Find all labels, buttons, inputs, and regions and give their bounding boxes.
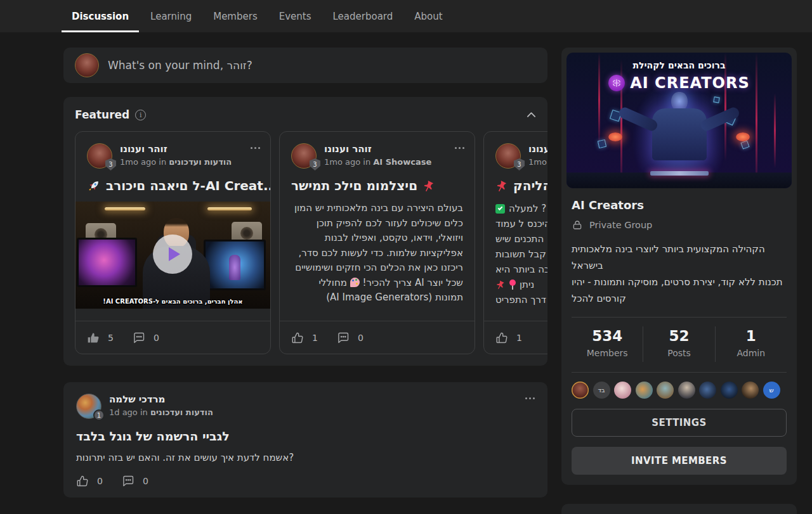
round-pushpin-icon (509, 279, 516, 290)
check-icon (495, 204, 505, 214)
tab-leaderboard[interactable]: Leaderboard (323, 0, 403, 32)
author-name[interactable]: זוהר וענונו (120, 143, 232, 155)
like-button[interactable]: 1 (291, 331, 318, 344)
thumb-up-icon (495, 331, 508, 344)
level-badge: 3 (310, 158, 320, 170)
like-button[interactable]: 0 (76, 475, 103, 487)
featured-title: Featured (75, 108, 129, 121)
group-banner[interactable]: ברוכים הבאים לקהילת AI CREATORS (566, 53, 792, 188)
comment-count: 0 (143, 476, 148, 486)
tab-members[interactable]: Members (203, 0, 268, 32)
ellipsis-menu-icon[interactable] (251, 143, 260, 169)
post-meta: 1mo ago in (324, 157, 373, 167)
privacy-label: Private Group (589, 220, 652, 230)
current-user-avatar (75, 53, 99, 77)
tab-events[interactable]: Events (269, 0, 322, 32)
studio-light (207, 207, 252, 210)
post-meta: 1d ago in (109, 408, 150, 417)
featured-card-welcome[interactable]: 3 זוהר וענונו 1mo ago in הודעות ועדכונים… (75, 131, 271, 354)
post-body: למעלה ? היכנס ל עמוד התכנים שיש קבל תשוב… (484, 201, 547, 321)
comment-count: 0 (358, 333, 363, 343)
stat-posts[interactable]: 52 Posts (643, 326, 714, 362)
featured-card-community[interactable]: 3 זוהר וענונו 1mo ago in הודעות ועדכונים… (483, 131, 547, 354)
rocket-icon (87, 179, 101, 193)
featured-cards-row[interactable]: 3 זוהר וענונו 1mo ago in הודעות ועדכונים… (75, 131, 547, 354)
leaderboard-card: Leaderboard (30-days) (561, 504, 797, 514)
member-avatar[interactable]: ש (763, 382, 780, 399)
tab-about[interactable]: About (404, 0, 452, 32)
ellipsis-menu-icon[interactable] (525, 394, 535, 419)
avatar[interactable]: 3 (87, 143, 112, 169)
post-meta: 1mo ago in (120, 157, 169, 167)
studio-light (105, 207, 145, 210)
group-stats: 534 Members 52 Posts 1 Admin (561, 326, 797, 362)
like-button[interactable]: 5 (87, 331, 114, 344)
lock-icon (572, 219, 583, 231)
member-avatar[interactable] (657, 382, 674, 399)
play-icon (169, 247, 180, 261)
author-name[interactable]: מרדכי שלמה (109, 394, 213, 405)
banner-welcome-text: ברוכים הבאים לקהילת (566, 60, 792, 70)
divider (572, 372, 787, 373)
composer-prompt: What's on your mind, זוהר? (108, 59, 252, 72)
member-avatar[interactable] (742, 382, 759, 399)
comment-button[interactable]: 0 (337, 331, 363, 344)
post-category: הודעות ועדכונים (169, 157, 232, 167)
play-button[interactable] (153, 235, 192, 274)
thumb-up-icon (76, 475, 89, 487)
avatar[interactable]: 1 (76, 394, 102, 419)
like-count: 5 (108, 333, 114, 343)
comment-button[interactable]: 0 (133, 331, 159, 344)
level-badge: 1 (93, 409, 105, 421)
like-button[interactable]: 1 (495, 331, 522, 344)
palette-icon (350, 278, 360, 287)
collapse-featured-button[interactable] (527, 112, 536, 118)
settings-button[interactable]: SETTINGS (572, 409, 787, 437)
brain-icon (608, 75, 625, 91)
member-avatar[interactable] (614, 382, 631, 399)
video-thumbnail[interactable]: אהלן חברים, ברוכים הבאים ל-AI CREATORS! (75, 202, 270, 309)
post-meta: 1mo ago in (528, 157, 547, 167)
member-avatar[interactable] (572, 382, 589, 399)
like-count: 0 (97, 476, 103, 486)
avatar[interactable]: 3 (291, 143, 317, 169)
member-avatar[interactable] (699, 382, 716, 399)
tab-learning[interactable]: Learning (140, 0, 202, 32)
member-avatar[interactable]: בד (593, 382, 610, 399)
stat-admin[interactable]: 1 Admin (715, 326, 787, 362)
like-count: 1 (516, 333, 522, 343)
post-title: ברוכים הבאים ל-AI Creat... (106, 178, 270, 193)
member-avatar[interactable] (678, 382, 695, 399)
post-composer[interactable]: What's on your mind, זוהר? (63, 48, 547, 83)
thumb-up-icon (291, 331, 304, 344)
avatar[interactable]: 3 (495, 143, 521, 169)
like-count: 1 (312, 333, 318, 343)
post-google-signup[interactable]: 1 מרדכי שלמה 1d ago in הודעות ועדכונים ל… (63, 382, 547, 498)
info-icon[interactable]: i (135, 110, 146, 120)
author-name[interactable]: זוהר וענונו (528, 143, 547, 155)
comment-icon (133, 331, 145, 344)
post-body: אשמח לדעת איך עושים את זה. והאם יש בזה י… (76, 452, 535, 463)
pushpin-icon (495, 279, 506, 290)
author-name[interactable]: זוהר וענונו (324, 143, 431, 155)
member-avatar[interactable] (636, 382, 653, 399)
top-nav: Discussion Learning Members Events Leade… (0, 0, 812, 32)
invite-members-button[interactable]: INVITE MEMBERS (572, 447, 787, 475)
comment-count: 0 (154, 333, 159, 343)
tab-discussion[interactable]: Discussion (62, 0, 139, 32)
featured-card-tools[interactable]: 3 זוהר וענונו 1mo ago in AI Showcase רשי… (279, 131, 475, 354)
stat-members[interactable]: 534 Members (572, 326, 643, 362)
comment-icon (337, 331, 350, 344)
ellipsis-menu-icon[interactable] (455, 143, 464, 169)
member-avatar[interactable] (721, 382, 738, 399)
divider (572, 317, 787, 318)
post-category: הודעות ועדכונים (150, 408, 213, 417)
post-title: רשימת כלים מומלצים (291, 178, 417, 193)
featured-section: Featured i 3 זוהר וענונו 1mo ago i (63, 97, 547, 366)
monitor-left (77, 238, 137, 287)
post-title[interactable]: לגביי הרשמה של גוגל בלבד (76, 429, 535, 443)
members-preview-row: בד ש (561, 382, 797, 399)
post-title: קהילה (513, 178, 547, 193)
post-category: AI Showcase (373, 157, 431, 167)
comment-button[interactable]: 0 (122, 475, 148, 487)
